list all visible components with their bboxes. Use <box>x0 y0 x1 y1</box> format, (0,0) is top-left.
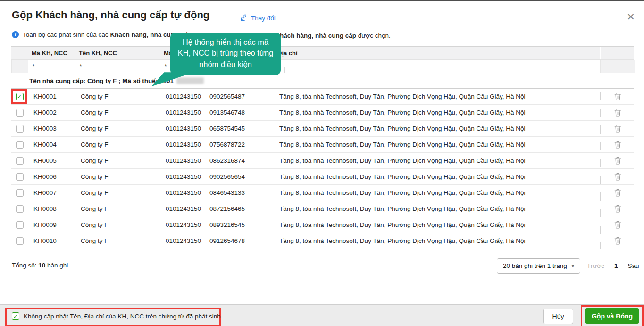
close-icon[interactable]: ✕ <box>624 10 637 24</box>
filter-cell-name: * <box>75 60 160 73</box>
trash-icon[interactable] <box>614 173 621 181</box>
info-text-right: hách hàng, nhà cung cấp được chọn. <box>280 32 391 39</box>
row-checkbox[interactable] <box>16 157 24 165</box>
filter-input-code[interactable] <box>39 60 75 73</box>
table-row: KH0009 Công ty F 0101243150 0893216545 T… <box>11 217 634 233</box>
no-update-option: Không cập nhật Tên, Địa chỉ của KH, NCC … <box>12 312 221 320</box>
row-checkbox-cell <box>11 169 28 184</box>
row-checkbox-cell <box>11 153 28 168</box>
row-delete-cell <box>600 153 635 168</box>
change-conditions-link[interactable]: Thay đổi <box>240 13 276 23</box>
trash-icon[interactable] <box>614 205 621 213</box>
filter-input-name[interactable] <box>86 60 160 73</box>
row-checkbox[interactable] <box>16 125 24 133</box>
page-size-select[interactable]: 20 bản ghi trên 1 trang ▾ <box>497 258 580 274</box>
row-delete-cell <box>600 89 635 104</box>
cell-tax: 0101243150 <box>160 121 204 136</box>
cell-tax: 0101243150 <box>160 89 204 104</box>
cell-code: KH0003 <box>28 121 75 136</box>
merge-customers-dialog: Gộp Khách hàng, nhà cung cấp tự động Tha… <box>0 0 644 326</box>
table-filter-row: * * * * * <box>11 60 634 73</box>
row-checkbox[interactable] <box>16 205 24 213</box>
row-checkbox-cell <box>11 233 28 249</box>
cell-name: Công ty F <box>75 121 160 136</box>
cell-address: Tầng 8, tòa nhà Technosoft, Duy Tân, Phư… <box>274 105 600 120</box>
cell-name: Công ty F <box>75 217 160 233</box>
row-checkbox[interactable] <box>16 221 24 229</box>
row-checkbox[interactable] <box>16 173 24 181</box>
cell-name: Công ty F <box>75 153 160 168</box>
table-header-row: Mã KH, NCC Tên KH, NCC Mã số thuế Điện t… <box>11 47 634 60</box>
cancel-button[interactable]: Hủy <box>543 309 573 324</box>
header-code: Mã KH, NCC <box>28 47 75 59</box>
table-row: KH0005 Công ty F 0101243150 0862316874 T… <box>11 153 634 169</box>
trash-icon[interactable] <box>614 221 621 229</box>
row-checkbox-cell <box>11 89 28 104</box>
cell-tax: 0101243150 <box>160 185 204 201</box>
row-checkbox-cell <box>11 105 28 120</box>
table-row: KH0002 Công ty F 0101243150 0913546748 T… <box>11 105 634 121</box>
row-delete-cell <box>600 233 635 249</box>
cell-name: Công ty F <box>75 185 160 201</box>
group-header-row: Tên nhà cung cấp: Công ty F ; Mã số thuế… <box>11 73 634 89</box>
trash-icon[interactable] <box>614 237 621 245</box>
next-page-button[interactable]: Sau <box>627 262 639 269</box>
row-delete-cell <box>600 169 635 184</box>
cell-name: Công ty F <box>75 201 160 217</box>
filter-operator[interactable]: * <box>160 60 171 73</box>
row-checkbox[interactable] <box>16 237 24 245</box>
cell-tax: 0101243150 <box>160 153 204 168</box>
cell-code: KH0010 <box>28 233 75 249</box>
row-checkbox[interactable] <box>16 189 24 197</box>
cell-phone: 0893216545 <box>204 217 274 233</box>
cell-phone: 0756878722 <box>204 137 274 152</box>
table-row: KH0003 Công ty F 0101243150 0658754545 T… <box>11 121 634 137</box>
cell-code: KH0002 <box>28 105 75 120</box>
cell-address: Tầng 8, tòa nhà Technosoft, Duy Tân, Phư… <box>274 153 600 168</box>
trash-icon[interactable] <box>614 157 621 165</box>
row-checkbox-cell <box>11 137 28 152</box>
filter-operator[interactable]: * <box>75 60 86 73</box>
filter-operator[interactable]: * <box>28 60 39 73</box>
row-checkbox[interactable] <box>16 109 24 117</box>
trash-icon[interactable] <box>614 189 621 197</box>
trash-icon[interactable] <box>614 92 621 100</box>
cell-code: KH0004 <box>28 137 75 152</box>
current-page[interactable]: 1 <box>614 262 618 269</box>
chevron-down-icon: ▾ <box>571 263 574 269</box>
info-icon: i <box>12 31 19 38</box>
filter-cell-address: * <box>274 60 600 73</box>
no-update-checkbox[interactable] <box>12 312 19 320</box>
cell-address: Tầng 8, tòa nhà Technosoft, Duy Tân, Phư… <box>274 137 600 152</box>
cell-tax: 0101243150 <box>160 201 204 217</box>
row-delete-cell <box>600 185 635 201</box>
cell-tax: 0101243150 <box>160 105 204 120</box>
merge-and-close-button[interactable]: Gộp và Đóng <box>585 308 639 324</box>
cell-address: Tầng 8, tòa nhà Technosoft, Duy Tân, Phư… <box>274 185 600 201</box>
cell-address: Tầng 8, tòa nhà Technosoft, Duy Tân, Phư… <box>274 121 600 136</box>
row-checkbox-cell <box>11 185 28 201</box>
total-records: Tổng số: 10 bản ghi <box>12 262 68 269</box>
cell-name: Công ty F <box>75 105 160 120</box>
row-delete-cell <box>600 201 635 217</box>
row-checkbox[interactable] <box>16 93 24 100</box>
table-row: KH0004 Công ty F 0101243150 0756878722 T… <box>11 137 634 153</box>
row-delete-cell <box>600 217 635 233</box>
trash-icon[interactable] <box>614 141 621 149</box>
cell-name: Công ty F <box>75 169 160 184</box>
prev-page-button[interactable]: Trước <box>587 262 604 269</box>
tooltip-text: Hệ thống hiển thị các mã KH, NCC bị trùn… <box>178 38 274 68</box>
header-delete-cell <box>600 47 635 59</box>
cell-code: KH0006 <box>28 169 75 184</box>
cell-tax: 0101243150 <box>160 169 204 184</box>
cell-name: Công ty F <box>75 89 160 104</box>
trash-icon[interactable] <box>614 109 621 117</box>
cell-phone: 0912654678 <box>204 233 274 249</box>
cell-code: KH0008 <box>28 201 75 217</box>
pagination: Trước 1 Sau <box>587 258 639 274</box>
row-checkbox[interactable] <box>16 141 24 149</box>
trash-icon[interactable] <box>614 125 621 133</box>
filter-input-address[interactable] <box>284 60 600 73</box>
row-checkbox-cell <box>11 217 28 233</box>
filter-checkbox-cell <box>11 60 28 73</box>
